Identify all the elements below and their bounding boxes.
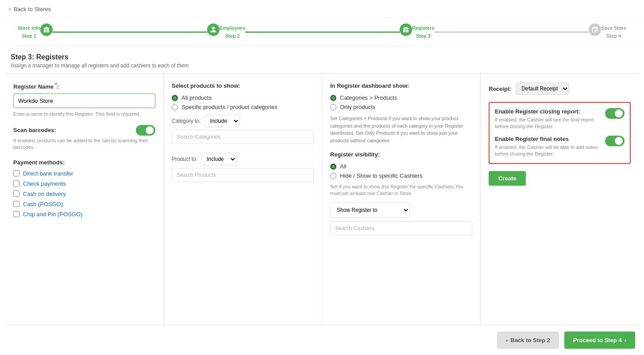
pm1-checkbox[interactable] bbox=[13, 170, 19, 176]
search-categories-input[interactable] bbox=[172, 130, 314, 144]
visibility-all-label[interactable]: All bbox=[340, 163, 346, 170]
step2-name: Employees bbox=[220, 25, 245, 31]
scan-barcodes-toggle[interactable] bbox=[136, 125, 155, 136]
register-name-input[interactable] bbox=[13, 94, 155, 108]
proceed-step-label: Proceed to Step 4 bbox=[573, 337, 622, 343]
enable-closing-toggle[interactable] bbox=[605, 108, 625, 119]
pm5-label[interactable]: Chip and Pin (POSGO) bbox=[23, 211, 82, 218]
enable-notes-row: Enable Register final notes If enabled, … bbox=[495, 136, 625, 158]
all-products-option: All products bbox=[172, 94, 314, 101]
back-chevron-icon: ‹ bbox=[506, 337, 508, 343]
only-products-label[interactable]: Only products bbox=[340, 104, 375, 110]
visibility-hint: Set if you want to show this Register fo… bbox=[330, 183, 472, 197]
payment-item: Cash (POSGO) bbox=[13, 201, 155, 207]
step-wizard: Store info Step 1 Employees bbox=[0, 18, 644, 46]
visibility-title: Register visibility: bbox=[330, 151, 472, 158]
enable-notes-toggle[interactable] bbox=[605, 136, 625, 146]
payment-item: Cash on delivery bbox=[13, 191, 155, 197]
show-register-to-select[interactable]: Show Register to bbox=[330, 203, 410, 218]
step3-sub: Step 3 bbox=[416, 33, 431, 39]
proceed-step-button[interactable]: Proceed to Step 4 › bbox=[564, 332, 635, 349]
col2-title: Select products to show: bbox=[172, 82, 314, 89]
category-to-select[interactable]: Include Exclude bbox=[204, 115, 240, 127]
specific-products-option: Specific products / product categories bbox=[172, 104, 314, 110]
product-to-row: Product to: Include Exclude bbox=[172, 153, 314, 165]
step4-circle bbox=[589, 23, 601, 36]
categories-products-option: Categories > Products bbox=[330, 94, 472, 101]
col2-products: Select products to show: All products Sp… bbox=[164, 74, 322, 325]
search-cashiers-input[interactable] bbox=[330, 221, 472, 235]
all-products-radio[interactable] bbox=[172, 95, 178, 101]
pm4-checkbox[interactable] bbox=[13, 201, 19, 207]
cat-products-radio[interactable] bbox=[330, 95, 336, 101]
enable-closing-row: Enable Register closing report: If enabl… bbox=[495, 108, 625, 130]
step-3-group[interactable]: Registers Step 3 bbox=[412, 25, 434, 39]
only-products-radio[interactable] bbox=[330, 104, 336, 110]
proceed-chevron-icon: › bbox=[625, 337, 626, 343]
enable-notes-hint: If enabled, the Cashier will be able to … bbox=[495, 144, 602, 158]
enable-notes-title: Enable Register final notes bbox=[495, 136, 602, 142]
payment-item: Direct bank transfer bbox=[13, 170, 155, 177]
visibility-section: Register visibility: All Hide / Show to … bbox=[330, 151, 472, 235]
pm4-label[interactable]: Cash (POSGO) bbox=[23, 201, 63, 207]
scan-barcodes-label: Scan barcodes: bbox=[13, 127, 56, 133]
line-1-2 bbox=[53, 31, 207, 33]
footer: ‹ Back to Step 2 Proceed to Step 4 › bbox=[0, 325, 644, 355]
col1-register-info: Register Name *: Enter a name to identif… bbox=[5, 74, 164, 325]
visibility-all-radio[interactable] bbox=[330, 164, 336, 170]
pm5-checkbox[interactable] bbox=[13, 211, 19, 217]
step-2-group[interactable]: Employees Step 2 bbox=[220, 25, 245, 39]
step2-circle bbox=[207, 23, 220, 36]
payment-methods-title: Payment methods: bbox=[13, 159, 155, 166]
step1-circle bbox=[40, 23, 53, 36]
receipt-select[interactable]: Default Receipt bbox=[516, 82, 569, 95]
enable-notes-text: Enable Register final notes If enabled, … bbox=[495, 136, 602, 158]
step-1-group[interactable]: Store info Step 1 bbox=[18, 25, 40, 39]
cat-products-label[interactable]: Categories > Products bbox=[340, 94, 397, 101]
visibility-specific-label[interactable]: Hide / Show to specific Cashiers bbox=[340, 172, 422, 179]
col3-dashboard: In Register dashboard show: Categories >… bbox=[322, 74, 481, 325]
step3-circle bbox=[400, 23, 412, 36]
step-4-group[interactable]: Save Store Step 4 bbox=[601, 25, 626, 39]
create-button[interactable]: Create bbox=[489, 171, 526, 186]
payment-methods-section: Payment methods: Direct bank transfer Ch… bbox=[13, 159, 155, 218]
page-subtitle: Assign a manager to manage all registers… bbox=[11, 62, 633, 69]
category-to-label: Category to: bbox=[172, 118, 201, 124]
receipt-label: Receipt: bbox=[489, 86, 511, 92]
product-to-label: Product to: bbox=[172, 156, 197, 162]
product-to-select[interactable]: Include Exclude bbox=[201, 153, 237, 165]
scan-barcodes-row: Scan barcodes: bbox=[13, 125, 155, 136]
visibility-radio-group: All Hide / Show to specific Cashiers bbox=[330, 163, 472, 179]
back-step-button[interactable]: ‹ Back to Step 2 bbox=[497, 332, 559, 349]
pm3-checkbox[interactable] bbox=[13, 191, 19, 197]
specific-products-radio[interactable] bbox=[172, 104, 178, 110]
receipt-row: Receipt: Default Receipt bbox=[489, 82, 631, 95]
col3-title: In Register dashboard show: bbox=[330, 82, 472, 89]
step2-sub: Step 2 bbox=[225, 33, 240, 39]
specific-products-label[interactable]: Specific products / product categories bbox=[181, 104, 278, 110]
pm3-label[interactable]: Cash on delivery bbox=[23, 191, 66, 197]
back-to-stores-label: Back to Stores bbox=[14, 6, 51, 12]
visibility-specific-radio[interactable] bbox=[330, 173, 336, 179]
enable-closing-title: Enable Register closing report: bbox=[495, 108, 602, 115]
pm2-label[interactable]: Check payments bbox=[23, 180, 66, 187]
enable-closing-hint: If enabled, the Cashier will see the fin… bbox=[495, 117, 602, 130]
chevron-left-icon: ‹ bbox=[9, 5, 11, 12]
col3-description: Set Categories > Products if you want to… bbox=[330, 115, 472, 144]
pm2-checkbox[interactable] bbox=[13, 180, 19, 187]
payment-item: Chip and Pin (POSGO) bbox=[13, 211, 155, 218]
pm1-label[interactable]: Direct bank transfer bbox=[23, 170, 73, 177]
dashboard-radio-group: Categories > Products Only products bbox=[330, 94, 472, 110]
visibility-all-option: All bbox=[330, 163, 472, 170]
required-star: * bbox=[55, 82, 57, 87]
back-step-label: Back to Step 2 bbox=[510, 337, 550, 343]
highlight-box: Enable Register closing report: If enabl… bbox=[489, 102, 631, 164]
step4-name: Save Store bbox=[601, 25, 626, 31]
step1-name: Store info bbox=[18, 25, 40, 31]
back-to-stores-link[interactable]: ‹ Back to Stores bbox=[9, 5, 51, 12]
col4-receipt: Receipt: Default Receipt Enable Register… bbox=[481, 74, 639, 325]
scan-barcodes-hint: If enabled, products can be added to the… bbox=[13, 137, 155, 151]
search-products-input[interactable] bbox=[172, 168, 314, 182]
page-header: Step 3: Registers Assign a manager to ma… bbox=[0, 46, 644, 73]
all-products-label[interactable]: All products bbox=[181, 94, 212, 101]
